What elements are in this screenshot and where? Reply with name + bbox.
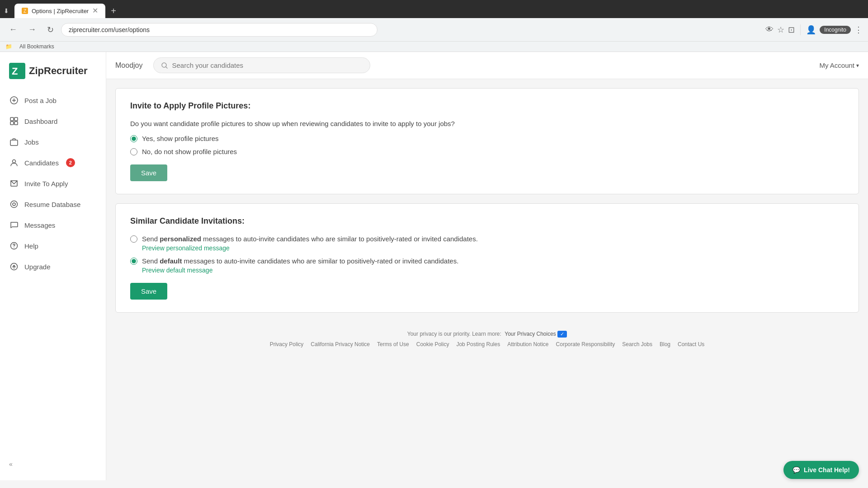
tab-bar: ⬇ Z Options | ZipRecruiter ✕ + [0,0,868,18]
similar-default-radio-label[interactable]: Send default messages to auto-invite can… [130,257,844,265]
split-view-icon[interactable]: ⊡ [788,25,795,35]
address-bar[interactable]: ziprecruiter.com/user/options [61,23,377,37]
right-panel: Moodjoy My Account ▾ Invite to Apply Pro… [106,52,868,480]
similar-candidate-title: Similar Candidate Invitations: [130,216,844,226]
svg-rect-9 [10,140,18,145]
help-icon [9,241,19,251]
footer-attribution[interactable]: Attribution Notice [507,341,548,347]
invite-profile-option-yes-label: Yes, show profile pictures [142,135,219,142]
refresh-btn[interactable]: ↻ [43,23,57,37]
active-tab[interactable]: Z Options | ZipRecruiter ✕ [14,4,105,18]
sidebar-item-resume-database[interactable]: Resume Database [0,194,106,215]
sidebar-item-label: Post a Job [24,97,57,104]
similar-candidate-save-btn[interactable]: Save [130,283,167,300]
footer-job-posting[interactable]: Job Posting Rules [456,341,500,347]
footer-california-privacy[interactable]: California Privacy Notice [311,341,370,347]
incognito-badge: Incognito [820,26,851,34]
sidebar-item-candidates[interactable]: Candidates 2 [0,152,106,173]
sidebar: Z ZipRecruiter Post a Job Dashboard Jobs [0,52,106,480]
footer-contact[interactable]: Contact Us [678,341,704,347]
similar-default-radio[interactable] [130,258,137,265]
sidebar-item-post-a-job[interactable]: Post a Job [0,90,106,111]
sidebar-item-label: Messages [24,221,55,229]
sidebar-item-label: Dashboard [24,117,57,125]
live-chat-label: Live Chat Help! [804,466,850,474]
invite-profile-save-btn[interactable]: Save [130,164,167,181]
privacy-choices-label: Your Privacy Choices [505,331,556,337]
bookmarks-bar: 📁 All Bookmarks [0,42,868,52]
svg-rect-7 [10,122,14,125]
sidebar-item-invite-to-apply[interactable]: Invite To Apply [0,173,106,194]
visibility-icon[interactable]: 👁 [765,25,774,34]
footer-blog[interactable]: Blog [660,341,670,347]
sidebar-item-upgrade[interactable]: Upgrade [0,256,106,277]
similar-personalized-bold: personalized [160,235,201,243]
live-chat-btn[interactable]: 💬 Live Chat Help! [783,461,859,479]
my-account-label: My Account [819,61,854,69]
similar-default-bold: default [160,257,182,265]
svg-point-10 [13,160,16,163]
candidates-badge: 2 [66,158,75,167]
main-content: Invite to Apply Profile Pictures: Do you… [106,79,868,480]
forward-btn[interactable]: → [24,23,40,36]
resume-icon [9,199,19,209]
new-tab-btn[interactable]: + [107,6,120,16]
privacy-choices-link[interactable]: Your Privacy Choices ✓ [505,331,567,337]
search-input[interactable] [172,61,363,69]
svg-rect-8 [14,122,18,125]
divider [800,24,801,35]
sidebar-item-jobs[interactable]: Jobs [0,131,106,152]
footer-corporate[interactable]: Corporate Responsibility [556,341,615,347]
post-job-icon [9,95,19,105]
preview-personalized-link[interactable]: Preview personalized message [142,244,844,252]
sidebar-item-dashboard[interactable]: Dashboard [0,111,106,131]
svg-text:Z: Z [12,66,18,77]
svg-rect-6 [14,117,18,121]
similar-personalized-radio[interactable] [130,235,137,243]
invite-profile-option-yes[interactable]: Yes, show profile pictures [130,135,844,142]
svg-point-12 [13,203,15,206]
privacy-badge: ✓ [557,331,567,338]
invite-profile-radio-no[interactable] [130,148,137,155]
svg-point-14 [14,248,14,249]
similar-candidate-section: Similar Candidate Invitations: Send pers… [115,203,859,313]
dashboard-icon [9,116,19,126]
star-icon[interactable]: ☆ [777,25,784,35]
menu-icon[interactable]: ⋮ [854,25,863,35]
invite-profile-option-no[interactable]: No, do not show profile pictures [130,148,844,155]
sidebar-item-label: Candidates [24,159,59,167]
back-btn[interactable]: ← [5,23,21,36]
ziprecruiter-logo-icon: Z [9,63,25,79]
profile-icon[interactable]: 👤 [806,25,816,35]
my-account-btn[interactable]: My Account ▾ [819,61,859,69]
privacy-text: Your privacy is our priority. Learn more… [124,331,850,338]
footer-privacy-policy[interactable]: Privacy Policy [270,341,304,347]
similar-candidate-radio-group: Send personalized messages to auto-invit… [130,235,844,274]
candidates-icon [9,158,19,168]
search-box[interactable] [153,57,370,73]
top-header: Moodjoy My Account ▾ [106,52,868,79]
sidebar-item-messages[interactable]: Messages [0,215,106,235]
svg-rect-5 [10,117,14,121]
sidebar-item-label: Invite To Apply [24,180,68,188]
page-footer: Your privacy is our priority. Learn more… [115,322,859,357]
similar-personalized-radio-label[interactable]: Send personalized messages to auto-invit… [130,235,844,243]
invite-profile-option-no-label: No, do not show profile pictures [142,148,237,155]
footer-cookie[interactable]: Cookie Policy [416,341,449,347]
tab-title: Options | ZipRecruiter [32,8,89,14]
all-bookmarks-link[interactable]: All Bookmarks [19,43,54,50]
bookmarks-folder-icon: 📁 [5,43,12,50]
sidebar-item-label: Resume Database [24,201,80,208]
footer-terms[interactable]: Terms of Use [377,341,409,347]
sidebar-collapse-btn[interactable]: « [0,455,106,473]
invite-profile-radio-yes[interactable] [130,135,137,142]
tab-list-btn[interactable]: ⬇ [4,7,9,14]
sidebar-item-help[interactable]: Help [0,235,106,256]
nav-bar: ← → ↻ ziprecruiter.com/user/options 👁 ☆ … [0,18,868,42]
footer-links: Privacy Policy California Privacy Notice… [124,341,850,347]
tab-close-btn[interactable]: ✕ [92,7,98,14]
invite-profile-radio-group: Yes, show profile pictures No, do not sh… [130,135,844,155]
preview-default-link[interactable]: Preview default message [142,267,844,274]
invite-profile-section: Invite to Apply Profile Pictures: Do you… [115,88,859,194]
footer-search-jobs[interactable]: Search Jobs [622,341,652,347]
